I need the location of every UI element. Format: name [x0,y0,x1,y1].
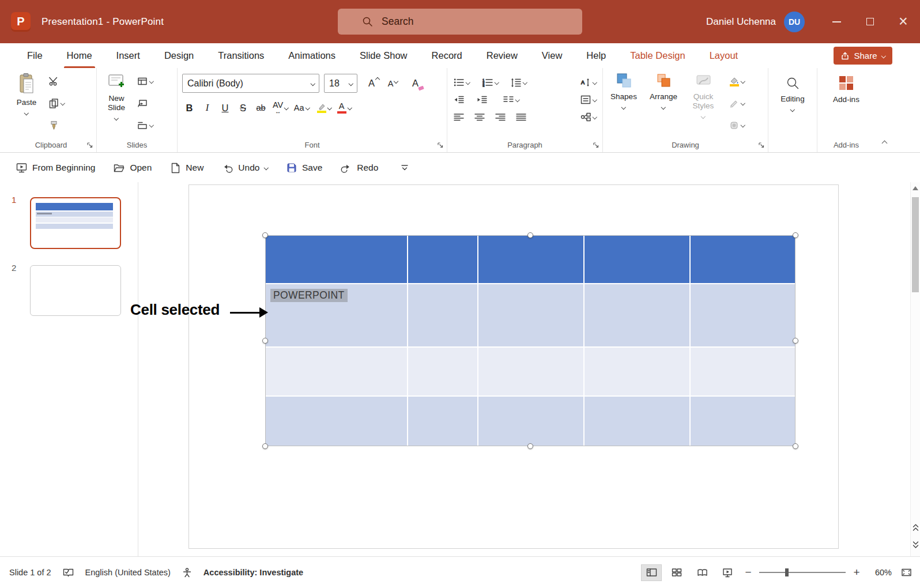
spell-check-icon[interactable] [63,568,74,578]
from-beginning-button[interactable]: From Beginning [16,163,95,173]
selection-handle-top-left[interactable] [262,232,268,238]
table-cell[interactable] [407,395,477,446]
tab-slide-show[interactable]: Slide Show [348,43,420,68]
table-cell[interactable] [689,283,795,346]
font-color-button[interactable]: A [336,100,353,116]
tab-file[interactable]: File [15,43,55,68]
normal-view-button[interactable] [642,565,661,581]
selection-handle-middle-left[interactable] [262,338,268,344]
collapse-ribbon-button[interactable] [882,141,888,146]
powerpoint-logo-icon[interactable]: P [11,12,31,32]
italic-button[interactable]: I [200,100,214,116]
scroll-up-arrow[interactable] [913,186,918,190]
selection-handle-top-center[interactable] [527,232,533,238]
smartart-button[interactable] [579,110,598,125]
tab-view[interactable]: View [530,43,574,68]
strikethrough-button[interactable]: S [236,100,250,116]
bullets-button[interactable] [452,75,472,90]
zoom-slider[interactable] [759,572,846,573]
table-cell[interactable] [407,236,477,283]
slide-indicator[interactable]: Slide 1 of 2 [9,568,51,577]
redo-button[interactable]: Redo [341,163,378,173]
avatar[interactable]: DU [784,12,805,32]
double-strikethrough-button[interactable]: ab [254,100,268,116]
cut-button[interactable] [47,74,66,89]
tab-animations[interactable]: Animations [276,43,348,68]
numbering-button[interactable]: 1 2 3 [481,75,500,90]
share-button[interactable]: Share [834,47,892,65]
table-cell[interactable] [477,236,583,283]
columns-button[interactable] [502,92,521,107]
selection-handle-top-right[interactable] [793,232,798,238]
addins-button[interactable]: Add-ins [822,75,870,104]
search-box[interactable]: Search [338,9,582,35]
paragraph-dialog-launcher-icon[interactable] [593,142,599,148]
paste-button[interactable]: Paste [10,73,43,133]
font-name-combobox[interactable]: Calibri (Body) [182,74,319,93]
tab-help[interactable]: Help [574,43,618,68]
tab-design[interactable]: Design [152,43,206,68]
align-left-button[interactable] [452,110,466,125]
previous-slide-button[interactable] [911,523,920,532]
table-cell[interactable] [583,346,689,395]
arrange-button[interactable]: Arrange [647,73,680,133]
decrease-indent-button[interactable] [452,92,466,107]
tab-home[interactable]: Home [55,43,104,68]
decrease-font-size-button[interactable]: A [386,76,400,92]
increase-font-size-button[interactable]: A [367,76,381,92]
font-dialog-launcher-icon[interactable] [437,142,443,148]
selection-handle-middle-right[interactable] [793,338,798,344]
table-cell[interactable] [583,395,689,446]
shape-outline-button[interactable] [727,96,746,111]
selection-handle-bottom-right[interactable] [793,443,798,449]
vertical-scrollbar[interactable] [910,182,920,556]
table-cell[interactable] [689,395,795,446]
tab-insert[interactable]: Insert [104,43,152,68]
maximize-button[interactable] [853,0,887,43]
align-center-button[interactable] [473,110,487,125]
shape-effects-button[interactable] [727,118,746,133]
table-cell[interactable] [407,283,477,346]
table-cell[interactable] [689,236,795,283]
slide-sorter-view-button[interactable] [667,565,687,581]
reset-slide-button[interactable] [136,96,155,111]
table-cell[interactable] [266,236,407,283]
format-painter-button[interactable] [47,118,66,133]
new-slide-button[interactable]: New Slide [101,73,131,133]
open-button[interactable]: Open [114,163,152,173]
line-spacing-button[interactable] [509,75,529,90]
slide-2-thumbnail[interactable] [30,265,121,316]
drawing-dialog-launcher-icon[interactable] [758,142,764,148]
underline-button[interactable]: U [218,100,232,116]
customize-toolbar-button[interactable] [400,164,409,172]
save-button[interactable]: Save [286,163,322,173]
justify-button[interactable] [514,110,528,125]
character-spacing-button[interactable]: AV↔ [272,100,289,116]
accessibility-status[interactable]: Accessibility: Investigate [203,568,303,577]
bold-button[interactable]: B [182,100,197,116]
shapes-button[interactable]: Shapes [608,73,640,133]
font-size-combobox[interactable]: 18 [324,74,357,93]
minimize-button[interactable] [820,0,853,43]
section-button[interactable] [136,118,155,133]
f t-slide-to-window-icon[interactable] [901,568,912,577]
text-direction-button[interactable]: A [579,75,598,90]
table-cell[interactable] [583,236,689,283]
table-cell[interactable] [266,395,407,446]
zoom-slider-thumb[interactable] [785,568,789,576]
table-cell-selected[interactable]: POWERPOINT [266,283,407,346]
language-indicator[interactable]: English (United States) [85,568,171,577]
shape-fill-button[interactable] [727,74,746,89]
align-text-button[interactable] [579,92,598,107]
tab-review[interactable]: Review [474,43,530,68]
editing-button[interactable]: Editing [773,76,812,111]
next-slide-button[interactable] [911,540,920,549]
tab-table-design[interactable]: Table Design [618,43,697,68]
quick-styles-button[interactable]: Quick Styles [687,73,719,133]
reading-view-button[interactable] [692,565,712,581]
zoom-in-button[interactable]: + [851,566,862,579]
zoom-out-button[interactable]: − [743,566,753,579]
align-right-button[interactable] [493,110,507,125]
slide-layout-button[interactable] [136,74,155,89]
table-cell[interactable] [583,283,689,346]
